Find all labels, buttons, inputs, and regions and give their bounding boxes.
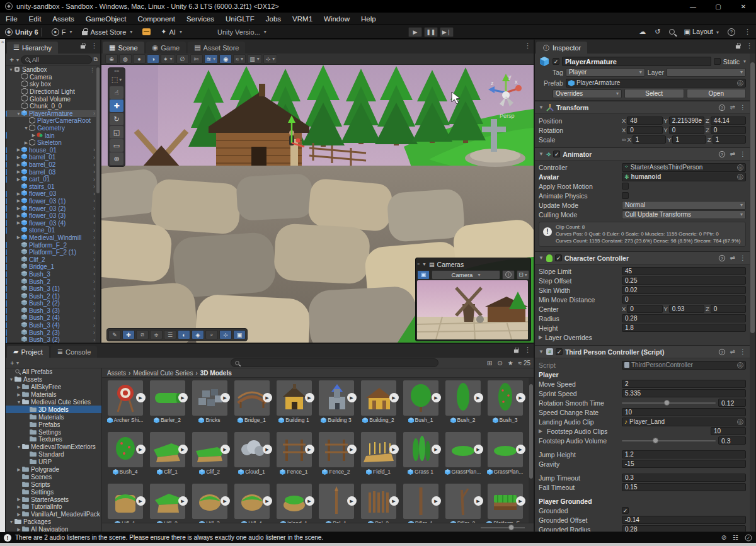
asset-clif-1[interactable]: ▶Clif_1 [148,432,186,480]
asset-grid-scrollbar[interactable] [529,378,534,523]
prefab-open-arrow-icon[interactable]: › [93,307,95,314]
my-assets-button[interactable] [137,25,156,38]
value-field[interactable]: 2 [622,380,746,388]
hierarchy-item-bush-3-2-[interactable]: Bush_3 (2)› [6,336,100,344]
preview-play-icon[interactable]: ▶ [305,445,314,454]
static-dropdown-icon[interactable]: ▾ [743,59,746,64]
asset-building-3[interactable]: ▶Building 3 [317,380,355,428]
asset-fence-1[interactable]: ▶Fence_1 [275,432,313,480]
hierarchy-item-skeleton[interactable]: ▶Skeleton [6,139,100,147]
expand-arrow-icon[interactable]: ▶ [16,213,21,219]
prefab-open-arrow-icon[interactable]: › [93,322,95,329]
expand-arrow-icon[interactable]: ▶ [16,191,21,196]
layer-overrides-foldout[interactable]: ▶Layer Overrides [539,333,746,342]
account-dropdown[interactable]: ● F▾ [47,25,77,38]
help-icon[interactable]: ? [719,349,725,355]
project-kebab-icon[interactable]: ⋮ [524,346,531,354]
overlay-move-icon[interactable]: ✚ [122,330,135,339]
prefab-open-arrow-icon[interactable]: › [93,286,95,292]
status-bar[interactable]: ! There are 2 audio listeners in the sce… [0,532,756,543]
folder-3d-models[interactable]: 3D Models [6,406,101,413]
prefab-open-button[interactable]: Open [687,89,747,98]
center-y-field[interactable]: 0.93 [669,305,704,313]
asset-hill-3[interactable]: ▶Hill_3 [190,484,229,523]
project-search-input[interactable] [231,358,438,367]
menu-jobs[interactable]: Jobs [260,13,287,25]
tag-dropdown[interactable]: Player▾ [566,68,645,77]
hierarchy-item-geometry[interactable]: ▼Geometry [6,125,100,132]
prefab-open-arrow-icon[interactable]: › [93,278,95,285]
preview-play-icon[interactable]: ▶ [263,393,272,402]
preview-play-icon[interactable]: ▶ [305,496,314,506]
rotation-y-field[interactable]: 0 [669,126,704,134]
expand-arrow-icon[interactable]: ▼ [16,445,22,449]
asset-bush-1[interactable]: ▶Bush_1 [401,380,440,428]
hierarchy-item-sandbox[interactable]: ▼Sandbox⋮ [6,66,100,74]
active-checkbox[interactable]: ✓ [553,58,559,65]
maximize-button[interactable]: ▢ [706,0,731,13]
preview-play-icon[interactable]: ▶ [347,445,357,454]
expand-arrow-icon[interactable]: ▶ [16,198,21,203]
expand-arrow-icon[interactable]: ▶ [16,206,21,211]
fx-icon[interactable]: ≈▾ [233,54,246,64]
presets-icon[interactable]: ⇌ [730,151,735,157]
expand-arrow-icon[interactable]: ▼ [8,377,14,382]
expand-arrow-icon[interactable]: ▶ [16,162,21,168]
object-picker-icon[interactable]: ◎ [737,80,743,86]
effects-icon[interactable]: ✶▾ [161,54,175,64]
help-icon[interactable]: ? [719,255,725,261]
preview-play-icon[interactable]: ▶ [474,496,483,506]
hierarchy-item-chunk-0-0[interactable]: Chunk_0_0 [6,103,100,110]
menu-edit[interactable]: Edit [23,13,47,25]
overlay-skew-icon[interactable]: ⧄ [136,330,149,339]
expand-arrow-icon[interactable]: ▶ [16,497,22,502]
preview-play-icon[interactable]: ▶ [516,496,525,506]
shading-icon[interactable]: ◍ [119,54,132,64]
position-y-field[interactable]: 2.215398e [669,117,704,125]
expand-arrow-icon[interactable]: ▶ [16,155,21,160]
object-picker-icon[interactable]: ◎ [737,174,743,180]
add-asset-button[interactable]: ＋▾ [9,358,19,367]
tab-game[interactable]: ◉Game [146,42,186,54]
preview-play-icon[interactable]: ▶ [389,445,399,454]
animator-enabled-checkbox[interactable]: ✓ [553,151,560,157]
overlay-align-icon[interactable]: ≑ [150,330,163,339]
update-mode-dropdown[interactable]: Normal▾ [622,201,746,210]
prefab-open-arrow-icon[interactable]: › [93,191,95,197]
rotation-z-field[interactable]: 0 [711,126,746,134]
hierarchy-item-stairs-01[interactable]: stairs_01› [6,183,100,191]
slider-value-field[interactable]: 0.12 [718,399,746,407]
animate-physics-checkbox[interactable] [622,192,629,199]
culling-mode-dropdown[interactable]: Cull Update Transforms▾ [622,210,746,219]
presets-icon[interactable]: ⇌ [730,254,735,261]
asset-island-1[interactable]: ▶Island_1 [275,484,313,523]
prefab-open-arrow-icon[interactable]: › [93,300,95,307]
asset-building-1[interactable]: ▶Building 1 [275,380,313,428]
layout-dropdown[interactable]: ▣ Layout ▾ [684,28,719,36]
hierarchy-item-platform-f-2-1-[interactable]: Platform_F_2 (1)› [6,249,100,256]
animator-header[interactable]: ▼ ⟢ ✓ Animator ?⇌⋮ [535,148,750,161]
folder-materials[interactable]: Materials [6,413,101,421]
prefab-open-arrow-icon[interactable]: › [93,213,95,219]
tab-inspector[interactable]: i Inspector [536,42,587,54]
asset-archer-shi-[interactable]: ▶Archer Shi... [106,380,144,428]
folder-starterassets[interactable]: ▶StarterAssets [6,496,101,503]
kebab-icon[interactable]: ⋮ [740,151,746,157]
hand-tool[interactable]: ☝ [110,86,123,99]
expand-arrow-icon[interactable]: ▶ [16,177,21,182]
min-move-distance-field[interactable]: 0 [622,295,746,304]
folder-vanillaart-meadevilpack[interactable]: ▶VanillaArt_MeadevilPack [6,511,101,518]
folder-allskyfree[interactable]: ▶AllSkyFree [6,384,101,391]
expand-arrow-icon[interactable]: ▼ [16,400,22,404]
inspector-scrollbar[interactable] [750,54,755,532]
prefab-open-arrow-icon[interactable]: › [93,110,95,117]
scene-viewport[interactable]: ≡≡ ⬚▾ ☝✚↻◱▭⊛ y x z Persp ✎✚⧄≑☰◐◈⌕⊹▣ [101,65,534,343]
value-field[interactable]: 1.2 [622,450,746,458]
transform-header[interactable]: ▼ Transform ?⇌⋮ [535,101,750,114]
tab-project[interactable]: ▰Project [7,346,49,358]
menu-component[interactable]: Component [132,13,180,25]
unity-version-dropdown[interactable]: Unity Versio...▾ [212,25,272,38]
asset-grass-1[interactable]: ▶Grass 1 [401,432,440,480]
asset-field-1[interactable]: ▶Field_1 [359,432,398,480]
play-button[interactable]: ▶ [408,27,422,37]
